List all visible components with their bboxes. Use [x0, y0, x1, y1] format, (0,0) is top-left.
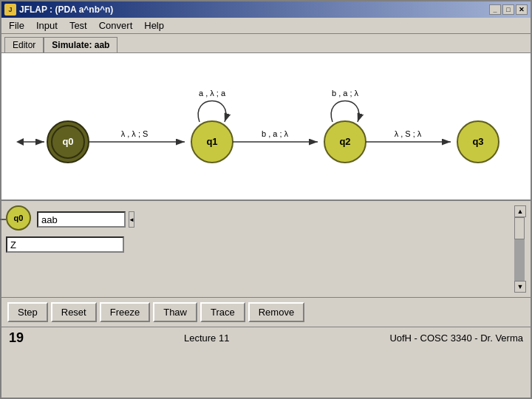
- stack-display: Z: [6, 236, 124, 253]
- main-content: q0 λ , λ ; S q1 a , λ ; a b , a ; λ q2: [1, 53, 531, 398]
- close-button[interactable]: ✕: [516, 4, 528, 15]
- tab-bar: Editor Simulate: aab: [1, 34, 531, 53]
- state-q1-label: q1: [206, 136, 217, 147]
- footer: 19 Lecture 11 UofH - COSC 3340 - Dr. Ver…: [1, 327, 531, 349]
- label-q2-q3: λ , S ; λ: [395, 129, 422, 138]
- scrollbar: ▲ ▼: [514, 205, 526, 293]
- start-triangle: [16, 138, 24, 146]
- current-state-circle: q0: [6, 205, 31, 231]
- svg-marker-2: [0, 217, 1, 222]
- label-q0-q1: λ , λ ; S: [121, 129, 149, 138]
- step-button[interactable]: Step: [7, 302, 48, 322]
- title-bar: J JFLAP : (PDA a^nb^n) _ □ ✕: [1, 1, 531, 18]
- slide-number: 19: [9, 330, 24, 346]
- bottom-panel: q0 ◄ Z: [1, 201, 531, 327]
- self-loop-q2: [331, 101, 359, 123]
- state-q0-label: q0: [62, 136, 73, 147]
- freeze-button[interactable]: Freeze: [100, 302, 150, 322]
- app-icon: J: [4, 4, 16, 16]
- label-self-q2: b , a ; λ: [332, 89, 359, 98]
- input-cursor: ◄: [129, 211, 134, 228]
- current-state-label: q0: [14, 214, 24, 222]
- scroll-up-button[interactable]: ▲: [514, 205, 526, 217]
- menu-convert[interactable]: Convert: [95, 18, 137, 33]
- input-field[interactable]: [37, 211, 126, 228]
- scroll-thumb[interactable]: [514, 217, 525, 239]
- menu-bar: File Input Test Convert Help: [1, 18, 531, 34]
- minimize-button[interactable]: _: [489, 4, 501, 15]
- menu-test[interactable]: Test: [65, 18, 92, 33]
- button-row: Step Reset Freeze Thaw Trace Remove: [1, 297, 531, 327]
- course-label: UofH - COSC 3340 - Dr. Verma: [389, 332, 523, 344]
- simulation-area: q0 ◄ Z: [1, 201, 531, 297]
- automaton-diagram: q0 λ , λ ; S q1 a , λ ; a b , a ; λ q2: [1, 53, 519, 201]
- tab-editor[interactable]: Editor: [4, 37, 44, 52]
- self-loop-q1: [198, 101, 226, 123]
- scroll-down-button[interactable]: ▼: [514, 281, 526, 293]
- sim-input-row: q0 ◄: [6, 205, 507, 233]
- window-title: JFLAP : (PDA a^nb^n): [19, 4, 113, 15]
- maximize-button[interactable]: □: [502, 4, 514, 15]
- state-q2-label: q2: [339, 136, 350, 147]
- title-buttons: _ □ ✕: [489, 4, 528, 15]
- menu-input[interactable]: Input: [32, 18, 62, 33]
- diagram-area: q0 λ , λ ; S q1 a , λ ; a b , a ; λ q2: [1, 53, 531, 201]
- label-self-q1: a , λ ; a: [199, 89, 226, 98]
- title-bar-left: J JFLAP : (PDA a^nb^n): [4, 4, 113, 16]
- tab-simulate[interactable]: Simulate: aab: [44, 37, 117, 52]
- current-state-display: q0: [6, 205, 34, 233]
- scroll-track: [514, 217, 525, 281]
- main-window: J JFLAP : (PDA a^nb^n) _ □ ✕ File Input …: [0, 0, 532, 399]
- lecture-label: Lecture 11: [184, 332, 229, 344]
- menu-file[interactable]: File: [4, 18, 29, 33]
- thaw-button[interactable]: Thaw: [153, 302, 197, 322]
- stack-value: Z: [10, 239, 16, 250]
- sim-left: q0 ◄ Z: [6, 205, 507, 293]
- label-q1-q2: b , a ; λ: [262, 129, 289, 138]
- menu-help[interactable]: Help: [140, 18, 168, 33]
- remove-button[interactable]: Remove: [248, 302, 304, 322]
- state-arrow-indicator: [0, 214, 7, 225]
- reset-button[interactable]: Reset: [51, 302, 97, 322]
- trace-button[interactable]: Trace: [200, 302, 245, 322]
- state-q3-label: q3: [472, 136, 483, 147]
